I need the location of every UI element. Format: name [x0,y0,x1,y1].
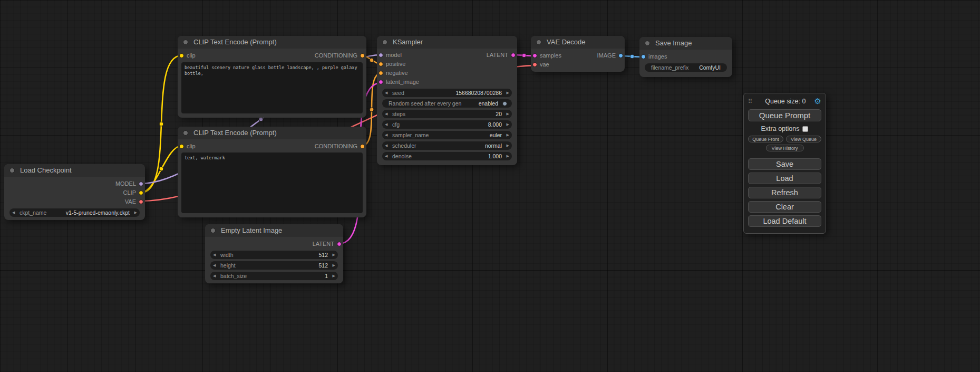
queue-front-button[interactable]: Queue Front [748,136,783,142]
slot-label-vae: vae [540,61,549,68]
output-dot-model[interactable] [139,182,143,186]
input-slot-vae: vae [531,60,549,69]
widget-height[interactable]: ◀ height 512 ▶ [210,261,338,270]
view-queue-button[interactable]: View Queue [786,136,821,142]
widget-filename-prefix[interactable]: filename_prefix ComfyUI [645,63,727,72]
input-dot-samples[interactable] [532,53,537,58]
slot-label-positive: positive [386,61,405,67]
extra-options-checkbox[interactable] [802,126,808,132]
widget-scheduler[interactable]: ◀ scheduler normal ▶ [382,141,512,150]
collapse-dot[interactable] [645,41,650,46]
output-dot-latent[interactable] [337,242,342,246]
widget-ckpt-name[interactable]: ◀ ckpt_name v1-5-pruned-emaonly.ckpt ▶ [9,208,140,217]
slot-label-conditioning: CONDITIONING [315,143,357,149]
node-clip-text-encode-positive[interactable]: CLIP Text Encode (Prompt) clip CONDITION… [178,36,366,118]
collapse-dot[interactable] [382,40,387,45]
node-title-bar[interactable]: CLIP Text Encode (Prompt) [178,127,366,139]
node-title-bar[interactable]: Save Image [639,37,732,50]
decrement-arrow-icon[interactable]: ◀ [213,251,219,259]
load-default-button[interactable]: Load Default [748,215,821,227]
increment-arrow-icon[interactable]: ▶ [503,89,509,97]
decrement-arrow-icon[interactable]: ◀ [385,110,391,118]
widget-batch-size[interactable]: ◀ batch_size 1 ▶ [210,272,338,280]
save-button[interactable]: Save [748,158,821,170]
input-dot-negative[interactable] [379,71,383,75]
prompt-textarea[interactable]: text, watermark [181,152,363,213]
node-title-bar[interactable]: Load Checkpoint [4,164,145,177]
node-title: Load Checkpoint [20,166,72,174]
widget-cfg[interactable]: ◀ cfg 8.000 ▶ [382,120,512,129]
node-save-image[interactable]: Save Image images filename_prefix ComfyU… [639,37,732,77]
widget-denoise[interactable]: ◀ denoise 1.000 ▶ [382,152,512,160]
collapse-dot[interactable] [183,40,188,45]
decrement-arrow-icon[interactable]: ◀ [385,141,391,150]
output-dot-vae[interactable] [139,199,143,204]
link-midpoint-dot [370,58,374,62]
queue-menu-panel: ⠿ Queue size: 0 ⚙ Queue Prompt Extra opt… [743,93,826,234]
node-ksampler[interactable]: KSampler model LATENT positive negative [377,36,517,165]
collapse-dot[interactable] [210,228,216,233]
node-empty-latent-image[interactable]: Empty Latent Image LATENT ◀ width 512 ▶ … [205,224,343,283]
increment-arrow-icon[interactable]: ▶ [503,120,509,129]
decrement-arrow-icon[interactable]: ◀ [213,261,219,270]
settings-gear-icon[interactable]: ⚙ [814,97,821,106]
toggle-dot[interactable] [502,101,507,106]
increment-arrow-icon[interactable]: ▶ [503,152,509,160]
increment-arrow-icon[interactable]: ▶ [503,141,509,150]
decrement-arrow-icon[interactable]: ◀ [385,131,391,139]
widget-label: width [219,252,234,258]
input-dot-clip[interactable] [179,144,184,149]
drag-handle-icon[interactable]: ⠿ [748,98,756,105]
prompt-textarea[interactable]: beautiful scenery nature glass bottle la… [181,62,363,113]
node-title-bar[interactable]: CLIP Text Encode (Prompt) [178,36,366,49]
output-dot-conditioning[interactable] [360,53,365,58]
node-title-bar[interactable]: Empty Latent Image [205,224,343,237]
widget-width[interactable]: ◀ width 512 ▶ [210,251,338,259]
graph-canvas[interactable]: Load Checkpoint MODEL CLIP VAE ◀ ckpt_na… [0,0,980,372]
widget-steps[interactable]: ◀ steps 20 ▶ [382,110,512,118]
queue-prompt-button[interactable]: Queue Prompt [748,109,821,121]
clear-button[interactable]: Clear [748,201,821,213]
collapse-dot[interactable] [9,168,15,173]
increment-arrow-icon[interactable]: ▶ [503,131,509,139]
input-dot-images[interactable] [641,54,646,59]
slot-label-negative: negative [386,70,408,76]
node-vae-decode[interactable]: VAE Decode samples IMAGE vae [531,36,625,72]
widget-label: filename_prefix [649,64,688,71]
input-slot-images: images [639,52,667,61]
output-dot-clip[interactable] [139,190,143,195]
node-title: Save Image [655,39,692,47]
collapse-dot[interactable] [183,130,188,136]
decrement-arrow-icon[interactable]: ◀ [385,120,391,129]
output-dot-conditioning[interactable] [360,144,365,149]
refresh-button[interactable]: Refresh [748,187,821,198]
widget-sampler-name[interactable]: ◀ sampler_name euler ▶ [382,131,512,139]
output-slot-clip: CLIP [123,188,145,197]
decrement-arrow-icon[interactable]: ◀ [385,89,391,97]
input-dot-model[interactable] [379,53,383,58]
node-title-bar[interactable]: VAE Decode [531,36,625,49]
decrement-arrow-icon[interactable]: ◀ [385,152,391,160]
view-history-button[interactable]: View History [766,145,804,151]
node-title-bar[interactable]: KSampler [377,36,517,49]
increment-arrow-icon[interactable]: ▶ [329,261,335,270]
input-dot-vae[interactable] [532,62,537,67]
increment-arrow-icon[interactable]: ▶ [329,272,335,280]
increment-arrow-icon[interactable]: ▶ [131,208,137,217]
node-clip-text-encode-negative[interactable]: CLIP Text Encode (Prompt) clip CONDITION… [178,127,366,217]
node-load-checkpoint[interactable]: Load Checkpoint MODEL CLIP VAE ◀ ckpt_na… [4,164,145,220]
widget-random-seed-toggle[interactable]: Random seed after every gen enabled [382,99,512,108]
output-slot-latent: LATENT [313,240,343,249]
collapse-dot[interactable] [536,40,541,45]
widget-seed[interactable]: ◀ seed 156680208700286 ▶ [382,89,512,97]
increment-arrow-icon[interactable]: ▶ [503,110,509,118]
input-dot-positive[interactable] [379,62,383,66]
load-button[interactable]: Load [748,173,821,184]
decrement-arrow-icon[interactable]: ◀ [12,208,18,217]
input-dot-clip[interactable] [179,53,184,58]
increment-arrow-icon[interactable]: ▶ [329,251,335,259]
output-dot-latent[interactable] [511,53,516,58]
input-dot-latent-image[interactable] [379,80,383,84]
decrement-arrow-icon[interactable]: ◀ [213,272,219,280]
output-dot-image[interactable] [618,53,623,58]
